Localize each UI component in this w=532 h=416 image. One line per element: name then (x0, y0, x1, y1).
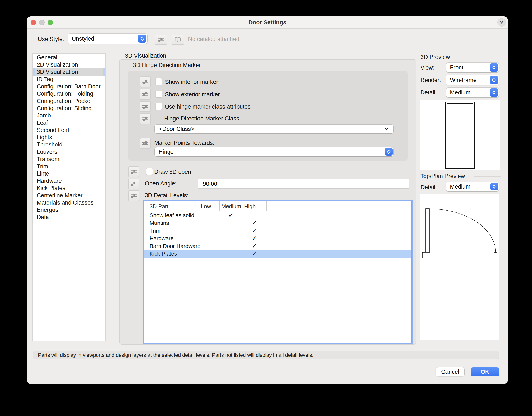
stepper-icon (490, 88, 498, 96)
check-icon: ✓ (251, 235, 258, 242)
stepper-icon (490, 76, 498, 84)
table-row-kick-plates[interactable]: Kick Plates✓ (144, 250, 412, 257)
sidebar-item-id-tag[interactable]: ID Tag (33, 76, 105, 83)
chevron-down-icon (384, 127, 389, 131)
detail-levels-table[interactable]: 3D Part Low Medium High Show leaf as sol… (144, 201, 412, 343)
sidebar-item-trim[interactable]: Trim (33, 163, 105, 170)
ok-button[interactable]: OK (471, 367, 499, 376)
footer-note-bar: Parts will display in viewports and desi… (33, 351, 499, 359)
sidebar-item-transom[interactable]: Transom (33, 155, 105, 163)
table-row-hardware[interactable]: Hardware✓ (144, 235, 412, 242)
points-towards-label: Marker Points Towards: (154, 140, 214, 146)
door-settings-dialog: Door Settings ? Use Style: Unstyled No c… (27, 17, 508, 384)
plan-detail-value: Medium (450, 183, 471, 190)
sidebar-item-kick-plates[interactable]: Kick Plates (33, 185, 105, 192)
sidebar-item-threshold[interactable]: Threshold (33, 141, 105, 148)
view-label: View: (420, 65, 435, 71)
plan-preview-title: Top/Plan Preview (420, 173, 465, 180)
sidebar-item-jamb[interactable]: Jamb (33, 112, 105, 119)
open-angle-input[interactable]: 90.00° (198, 179, 409, 189)
check-icon: ✓ (251, 227, 258, 235)
sidebar-item-louvers[interactable]: Louvers (33, 148, 105, 155)
table-row-barn-door-hardware[interactable]: Barn Door Hardware✓ (144, 242, 412, 250)
show-interior-marker-checkbox[interactable] (155, 78, 162, 85)
hinge-group-title: 3D Hinge Direction Marker (133, 62, 201, 68)
sidebar-item-centerline-marker[interactable]: Centerline Marker (33, 192, 105, 199)
draw-3d-open-checkbox[interactable] (146, 168, 153, 175)
view-value: Front (450, 64, 464, 71)
plan-detail-popup[interactable]: Medium (446, 182, 499, 191)
sidebar-item-data[interactable]: Data (33, 214, 105, 221)
open-angle-value: 90.00° (203, 181, 219, 187)
interior-marker-options-button[interactable] (140, 76, 151, 87)
marker-class-options-button[interactable] (140, 113, 151, 124)
check-icon: ✓ (251, 250, 258, 257)
column-header-low[interactable]: Low (198, 201, 220, 211)
table-row-show-leaf-as-solid-[interactable]: Show leaf as solid…✓ (144, 211, 412, 219)
door-plan-drawing (420, 194, 499, 340)
window-title: Door Settings (27, 19, 508, 26)
column-header-part[interactable]: 3D Part (144, 201, 198, 211)
points-towards-value: Hinge (159, 149, 174, 155)
part-name: Hardware (150, 235, 174, 242)
sidebar-item-configuration-barn-door[interactable]: Configuration: Barn Door (33, 83, 105, 90)
table-header: 3D Part Low Medium High (144, 201, 412, 211)
use-style-label: Use Style: (38, 36, 64, 42)
points-towards-options-button[interactable] (140, 138, 151, 149)
catalog-button[interactable] (172, 35, 184, 45)
table-row-muntins[interactable]: Muntins✓ (144, 219, 412, 227)
sidebar-item-materials-and-classes[interactable]: Materials and Classes (33, 199, 105, 206)
open-angle-options-button[interactable] (128, 179, 139, 189)
footer-note: Parts will display in viewports and desi… (38, 352, 313, 358)
cancel-button[interactable]: Cancel (436, 367, 464, 376)
part-name: Muntins (150, 219, 169, 227)
use-style-popup[interactable]: Unstyled (68, 34, 147, 44)
points-towards-popup[interactable]: Hinge (155, 147, 393, 156)
help-button[interactable]: ? (497, 18, 506, 27)
part-name: Kick Plates (150, 250, 177, 257)
draw-3d-open-label: Draw 3D open (154, 169, 191, 175)
sidebar-item-general[interactable]: General (33, 54, 105, 61)
sidebar-item-lintel[interactable]: Lintel (33, 170, 105, 177)
draw-3d-open-options-button[interactable] (128, 166, 139, 177)
part-name: Barn Door Hardware (150, 242, 200, 250)
sidebar-item-lights[interactable]: Lights (33, 134, 105, 141)
render-label: Render: (420, 77, 441, 84)
sidebar-item-configuration-folding[interactable]: Configuration: Folding (33, 90, 105, 97)
exterior-marker-options-button[interactable] (140, 89, 151, 100)
sidebar-item-configuration-sliding[interactable]: Configuration: Sliding (33, 105, 105, 112)
table-row-trim[interactable]: Trim✓ (144, 227, 412, 235)
column-header-medium[interactable]: Medium (220, 201, 242, 211)
catalog-status: No catalog attached (188, 36, 239, 42)
use-hinge-marker-class-label: Use hinge marker class attributes (165, 104, 251, 110)
show-interior-marker-label: Show interior marker (165, 79, 218, 85)
sidebar-item-hardware[interactable]: Hardware (33, 177, 105, 185)
check-icon: ✓ (228, 211, 234, 219)
door-front-drawing (420, 100, 500, 170)
show-exterior-marker-checkbox[interactable] (155, 91, 162, 97)
sidebar-item-leaf[interactable]: Leaf (33, 119, 105, 126)
settings-pane-list: General2D Visualization3D VisualizationI… (32, 53, 106, 341)
stepper-icon (385, 148, 393, 156)
check-icon: ✓ (251, 219, 258, 227)
open-angle-label: Open Angle: (145, 180, 177, 187)
hinge-class-label: Hinge Direction Marker Class: (164, 115, 241, 122)
stepper-icon (138, 35, 146, 43)
detail-levels-label: 3D Detail Levels: (145, 192, 188, 199)
detail-3d-popup[interactable]: Medium (446, 87, 499, 97)
column-header-high[interactable]: High (242, 201, 267, 211)
door-class-combo[interactable]: <Door Class> (155, 124, 393, 133)
hinge-class-attr-options-button[interactable] (140, 101, 151, 112)
render-popup[interactable]: Wireframe (446, 75, 499, 85)
sidebar-item-2d-visualization[interactable]: 2D Visualization (33, 61, 105, 68)
use-hinge-marker-class-checkbox[interactable] (155, 103, 162, 110)
detail-levels-options-button[interactable] (128, 190, 139, 201)
stepper-icon (490, 183, 498, 190)
style-options-button[interactable] (155, 35, 167, 45)
sidebar-item-energos[interactable]: Energos (33, 206, 105, 214)
sidebar-item-configuration-pocket[interactable]: Configuration: Pocket (33, 97, 105, 105)
divider (474, 176, 501, 177)
sidebar-item-second-leaf[interactable]: Second Leaf (33, 126, 105, 134)
sidebar-item-3d-visualization[interactable]: 3D Visualization (33, 68, 105, 76)
view-popup[interactable]: Front (446, 63, 499, 72)
